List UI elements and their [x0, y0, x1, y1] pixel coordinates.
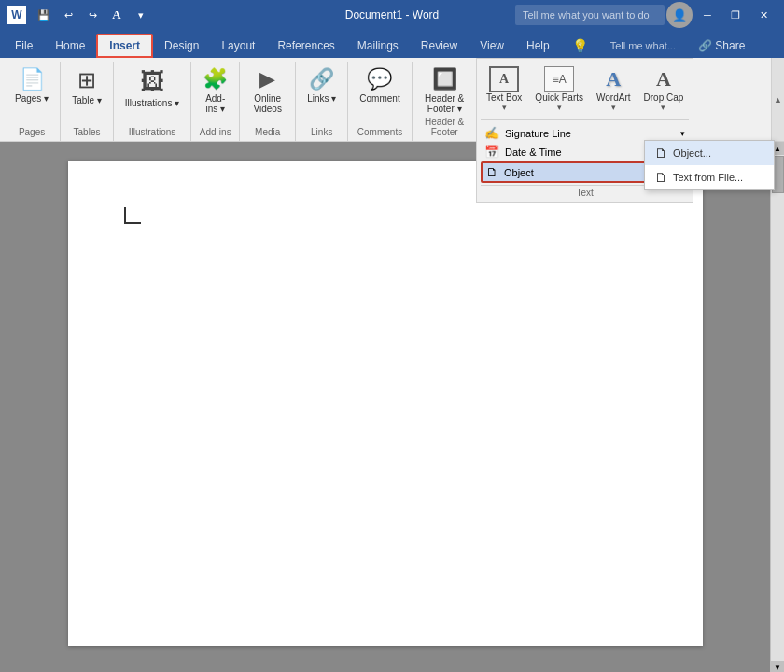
quickparts-button[interactable]: ≡A Quick Parts ▾ [529, 63, 589, 116]
object-item-icon: 🗋 [654, 146, 667, 161]
online-videos-button[interactable]: ▶ OnlineVideos [247, 63, 287, 118]
table-label: Table ▾ [72, 95, 102, 105]
online-videos-label: OnlineVideos [253, 93, 281, 114]
addins-button[interactable]: 🧩 Add-ins ▾ [197, 63, 233, 118]
addins-icon: 🧩 [203, 67, 228, 91]
tab-design[interactable]: Design [153, 34, 210, 58]
signature-line-icon: ✍ [484, 126, 499, 140]
media-group-label: Media [240, 127, 295, 137]
scrollbar-down-arrow[interactable]: ▼ [771, 661, 785, 672]
document-page[interactable] [68, 161, 703, 646]
title-bar-controls: 👤 ─ ❐ ✕ [515, 2, 777, 28]
doc-scroll-area [0, 142, 770, 672]
customize-qat-button[interactable]: ▾ [131, 5, 151, 25]
minimize-button[interactable]: ─ [694, 5, 721, 25]
illustrations-group-label: Illustrations [114, 127, 190, 137]
title-bar: W 💾 ↩ ↪ A ▾ Document1 - Word 👤 ─ ❐ ✕ [0, 0, 784, 30]
tab-file[interactable]: File [4, 34, 44, 58]
tab-layout[interactable]: Layout [210, 34, 266, 58]
account-avatar[interactable]: 👤 [666, 2, 693, 28]
links-button[interactable]: 🔗 Links ▾ [301, 63, 342, 107]
format-painter-button[interactable]: A [106, 5, 127, 25]
tab-review[interactable]: Review [410, 34, 469, 58]
wordart-button[interactable]: A WordArt ▾ [591, 63, 637, 116]
tab-help[interactable]: Help [515, 34, 561, 58]
comment-label: Comment [359, 93, 399, 104]
comments-group-label: Comments [348, 127, 411, 137]
object-dropdown: 🗋 Object... 🗋 Text from File... [644, 140, 775, 190]
tab-share[interactable]: 🔗 Share [687, 34, 756, 58]
textbox-icon: A [489, 66, 519, 92]
table-button[interactable]: ⊞ Table ▾ [66, 63, 107, 109]
illustrations-icon: 🖼 [140, 67, 164, 96]
text-from-file-label: Text from File... [673, 172, 743, 183]
textbox-arrow: ▾ [502, 103, 507, 112]
pages-button[interactable]: 📄 Pages ▾ [9, 63, 54, 107]
date-time-icon: 📅 [484, 145, 499, 159]
quickparts-label: Quick Parts [535, 92, 583, 103]
comment-icon: 💬 [367, 67, 392, 91]
header-footer-label: Header &Footer ▾ [425, 93, 464, 114]
comment-button[interactable]: 💬 Comment [354, 63, 405, 107]
dropcap-icon: A [650, 66, 678, 92]
ribbon-group-pages: 📄 Pages ▾ Pages [4, 62, 61, 141]
ribbon-group-addins: 🧩 Add-ins ▾ Add-ins [191, 62, 240, 141]
quickparts-icon: ≡A [544, 66, 574, 92]
undo-button[interactable]: ↩ [58, 5, 78, 25]
document-area: ▲ ▼ [0, 142, 784, 672]
word-icon: W [7, 6, 26, 24]
close-button[interactable]: ✕ [750, 5, 777, 25]
cursor-mark [124, 207, 141, 224]
tables-group-label: Tables [61, 127, 113, 137]
headerfooter-group-label: Header & Footer [413, 117, 477, 137]
tell-me-input[interactable] [515, 5, 665, 25]
links-group-label: Links [296, 127, 347, 137]
ribbon-scroll-up[interactable]: ▲ [771, 58, 784, 141]
ribbon-group-media: ▶ OnlineVideos Media [240, 62, 296, 141]
textbox-button[interactable]: A Text Box ▾ [481, 63, 527, 116]
tab-mailings[interactable]: Mailings [346, 34, 410, 58]
wordart-label: WordArt [596, 92, 631, 103]
restore-button[interactable]: ❐ [722, 5, 749, 25]
redo-button[interactable]: ↪ [82, 5, 103, 25]
vertical-scrollbar[interactable]: ▲ ▼ [770, 142, 784, 672]
tab-references[interactable]: References [266, 34, 345, 58]
addins-group-label: Add-ins [191, 127, 239, 137]
date-time-label: Date & Time [505, 147, 562, 158]
dropcap-label: Drop Cap [644, 92, 684, 103]
object-item[interactable]: 🗋 Object... [645, 141, 774, 165]
object-item-label: Object... [673, 147, 711, 159]
pages-group-label: Pages [4, 127, 60, 137]
textbox-label: Text Box [486, 92, 522, 103]
header-footer-button[interactable]: 🔲 Header &Footer ▾ [419, 63, 469, 118]
doc-title: Document1 - Word [345, 8, 439, 21]
pages-icon: 📄 [20, 67, 45, 91]
addins-label: Add-ins ▾ [205, 93, 225, 114]
object-icon: 🗋 [486, 165, 498, 179]
links-icon: 🔗 [309, 67, 334, 91]
title-bar-left: W 💾 ↩ ↪ A ▾ [7, 5, 151, 25]
text-from-file-item[interactable]: 🗋 Text from File... [645, 165, 774, 189]
tab-view[interactable]: View [469, 34, 515, 58]
tab-home[interactable]: Home [44, 34, 96, 58]
tab-lightbulb[interactable]: 💡 [561, 34, 599, 58]
header-footer-icon: 🔲 [432, 67, 457, 91]
text-panel-row1: A Text Box ▾ ≡A Quick Parts ▾ A WordArt … [481, 63, 689, 116]
ribbon: 📄 Pages ▾ Pages ⊞ Table ▾ Tables 🖼 Illus… [0, 58, 784, 142]
ribbon-group-links: 🔗 Links ▾ Links [296, 62, 348, 141]
ribbon-group-illustrations: 🖼 Illustrations ▾ Illustrations [114, 62, 191, 141]
tab-tell-me[interactable]: Tell me what... [599, 34, 687, 58]
pages-label: Pages ▾ [15, 93, 49, 104]
tab-insert[interactable]: Insert [96, 34, 153, 58]
save-button[interactable]: 💾 [34, 5, 54, 25]
illustrations-button[interactable]: 🖼 Illustrations ▾ [119, 63, 185, 112]
illustrations-label: Illustrations ▾ [125, 98, 179, 108]
wordart-icon: A [599, 66, 627, 92]
dropcap-button[interactable]: A Drop Cap ▾ [638, 63, 690, 116]
online-videos-icon: ▶ [259, 67, 275, 91]
signature-line-arrow: ▾ [680, 129, 685, 138]
text-from-file-icon: 🗋 [654, 170, 667, 185]
signature-line-label: Signature Line [505, 128, 571, 139]
ribbon-group-comments: 💬 Comment Comments [348, 62, 412, 141]
dropcap-arrow: ▾ [661, 103, 665, 112]
